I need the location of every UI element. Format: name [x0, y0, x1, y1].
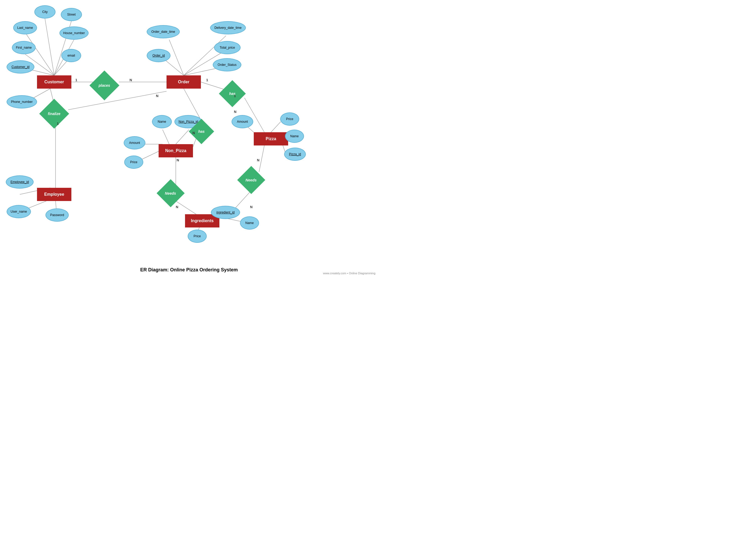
attr-customer-id: Customer_id — [7, 60, 34, 74]
svg-line-22 — [176, 130, 189, 144]
entity-pizza: Pizza — [254, 132, 288, 145]
diagram-title: ER Diagram: Online Pizza Ordering System — [0, 265, 378, 275]
entity-employee: Employee — [37, 188, 71, 201]
attr-order-id: Order_id — [147, 49, 171, 62]
entity-order: Order — [167, 76, 201, 89]
attr-last-name: Last_name — [13, 21, 37, 34]
attr-name-ingredient: Name — [240, 217, 259, 230]
attr-price-ingredient: Price — [188, 230, 207, 243]
entity-non-pizza: Non_Pizza — [159, 144, 193, 157]
attr-phone-number: Phone_number — [7, 95, 37, 109]
attr-delivery-date-time: Delivery_date_time — [210, 21, 246, 34]
card-order-has1: 1 — [206, 78, 208, 82]
attr-order-status: Order_Status — [213, 58, 241, 72]
entity-customer: Customer — [37, 76, 71, 89]
attr-amount-pizza: Amount — [231, 115, 253, 128]
attr-password: Password — [45, 209, 69, 222]
svg-line-32 — [259, 145, 264, 172]
svg-line-13 — [169, 40, 184, 76]
card-places-order: N — [130, 78, 132, 82]
attr-ingredient-id: ingredient_id — [211, 206, 240, 219]
svg-line-23 — [163, 130, 169, 144]
attr-price-nonpizza: Price — [124, 155, 143, 169]
svg-line-26 — [271, 122, 281, 132]
rel-has-order-pizza: has — [219, 80, 246, 107]
attr-employee-id: Employee_id — [6, 175, 34, 188]
attr-first-name: First_name — [12, 41, 36, 54]
attr-total-price: Total_price — [214, 41, 240, 54]
card-pizza-needs: N — [257, 158, 259, 162]
svg-line-12 — [68, 91, 167, 110]
card-has-pizza: N — [234, 110, 236, 114]
attr-name-nonpizza: Name — [152, 115, 172, 128]
card-customer-places: 1 — [75, 78, 77, 82]
attr-pizza-id: Pizza_id — [284, 148, 306, 161]
er-diagram: Customer Order Non_Pizza Pizza Employee … — [0, 0, 378, 265]
card-finalize-order: N — [156, 94, 158, 98]
attr-price-pizza: Price — [280, 112, 299, 126]
rel-needs-pizza: Needs — [237, 166, 265, 194]
rel-places: places — [89, 71, 119, 100]
attr-amount-nonpizza: Amount — [124, 136, 145, 149]
card-nonpizza-needs: N — [177, 158, 179, 162]
attr-city: City — [34, 5, 55, 18]
attr-user-name: User_name — [7, 205, 31, 218]
card-order-has2: 1 — [234, 94, 236, 98]
attr-house-number: House_number — [59, 26, 88, 40]
attr-street: Street — [61, 8, 82, 21]
creately-logo: www.creately.com • Online Diagramming — [323, 272, 375, 275]
attr-email: email — [61, 49, 81, 62]
svg-line-0 — [45, 18, 54, 76]
card-has-nonpizza: N — [192, 131, 195, 135]
attr-name-pizza: Name — [285, 130, 304, 143]
card-needs-ing1: N — [176, 205, 178, 209]
attr-order-date-time: Order_date_time — [147, 25, 180, 38]
rel-needs-nonpizza: Needs — [157, 179, 185, 207]
rel-finalize: finalize — [39, 99, 69, 129]
card-needs-ing2: N — [250, 205, 252, 209]
card-finalize-employee: 1 — [57, 122, 59, 126]
